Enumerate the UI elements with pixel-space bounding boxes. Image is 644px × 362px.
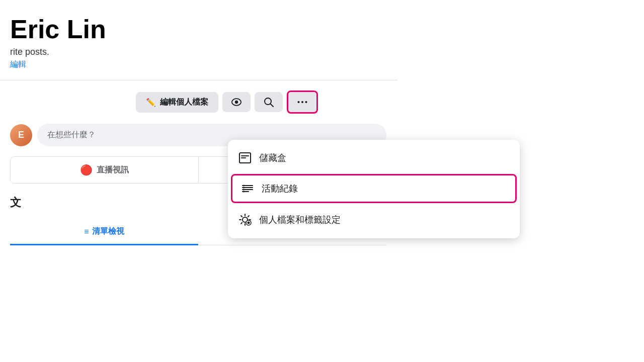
avatar: E — [10, 124, 32, 146]
search-icon — [264, 97, 274, 107]
live-icon: 🔴 — [80, 164, 93, 176]
eye-icon — [231, 97, 242, 107]
profile-header: Eric Lin rite posts. 編輯 — [0, 0, 644, 70]
view-profile-button[interactable] — [222, 92, 251, 112]
profile-bio: rite posts. — [0, 44, 644, 57]
edit-icon: ✏️ — [146, 97, 156, 107]
svg-line-3 — [271, 104, 274, 107]
tab-list-view[interactable]: ≡ 清單檢視 — [10, 219, 198, 245]
svg-point-17 — [243, 185, 245, 187]
svg-point-6 — [305, 101, 307, 103]
dropdown-menu: 儲藏盒 活動紀錄 個人檔案和標籤 — [228, 140, 520, 238]
posts-title: 文 — [10, 195, 21, 210]
activity-icon — [240, 183, 255, 195]
media-tab-live[interactable]: 🔴 直播視訊 — [11, 157, 199, 183]
edit-profile-label: 編輯個人檔案 — [160, 97, 208, 108]
svg-rect-11 — [241, 155, 249, 156]
activity-label: 活動紀錄 — [262, 183, 298, 195]
dropdown-item-saved[interactable]: 儲藏盒 — [228, 144, 520, 172]
action-buttons-row: ✏️ 編輯個人檔案 — [0, 80, 644, 114]
svg-point-1 — [235, 101, 238, 104]
list-view-icon: ≡ — [84, 227, 89, 236]
list-view-label: 清單檢視 — [92, 226, 124, 237]
live-tab-label: 直播視訊 — [97, 165, 129, 175]
saved-label: 儲藏盒 — [259, 152, 286, 164]
svg-point-4 — [297, 101, 299, 103]
svg-point-20 — [243, 191, 245, 193]
profile-edit-link[interactable]: 編輯 — [0, 57, 644, 70]
svg-rect-12 — [241, 157, 246, 158]
svg-point-5 — [301, 101, 303, 103]
edit-profile-button[interactable]: ✏️ 編輯個人檔案 — [136, 92, 218, 113]
settings-label: 個人檔案和標籤設定 — [259, 214, 341, 226]
more-options-button[interactable] — [287, 90, 318, 114]
search-profile-button[interactable] — [255, 92, 283, 112]
dropdown-item-settings[interactable]: 個人檔案和標籤設定 — [228, 205, 520, 234]
dropdown-item-activity[interactable]: 活動紀錄 — [231, 174, 517, 203]
svg-point-23 — [248, 222, 250, 224]
svg-point-18 — [243, 187, 245, 189]
more-dots-icon — [297, 97, 307, 107]
svg-point-19 — [243, 189, 245, 191]
saved-icon — [238, 152, 252, 164]
profile-name: Eric Lin — [0, 10, 644, 44]
settings-icon — [238, 213, 252, 226]
